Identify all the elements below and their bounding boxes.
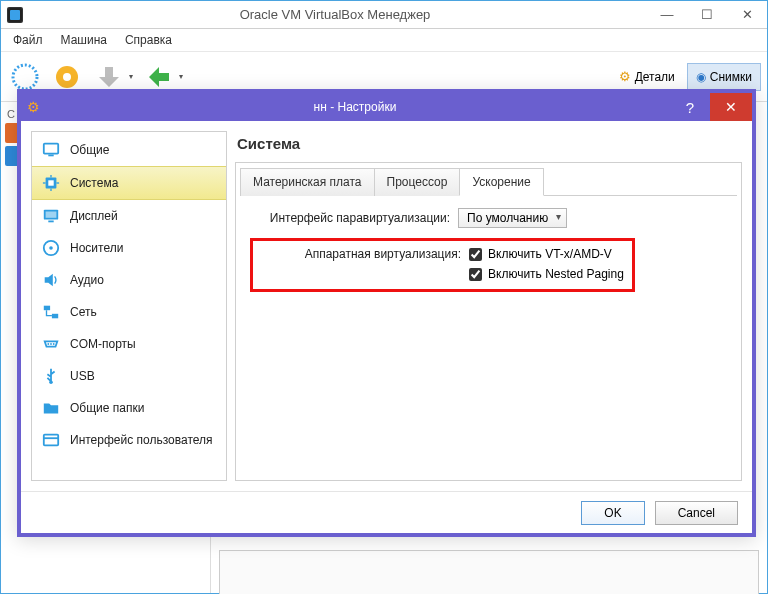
paravirt-value: По умолчанию — [467, 211, 548, 225]
enable-nested-paging-checkbox[interactable]: Включить Nested Paging — [469, 267, 624, 281]
window-icon — [42, 431, 60, 449]
serial-port-icon — [42, 335, 60, 353]
svg-point-4 — [63, 73, 71, 81]
vtx-checkbox-input[interactable] — [469, 248, 482, 261]
vtx-label: Включить VT-x/AMD-V — [488, 247, 612, 261]
svg-rect-24 — [44, 435, 58, 446]
close-button[interactable]: ✕ — [727, 2, 767, 28]
menu-machine[interactable]: Машина — [53, 30, 115, 50]
menu-file[interactable]: Файл — [5, 30, 51, 50]
help-button[interactable]: ? — [670, 94, 710, 120]
sidebar-item-label: Носители — [70, 241, 123, 255]
svg-rect-6 — [48, 155, 53, 157]
svg-rect-5 — [44, 144, 58, 154]
svg-rect-15 — [48, 221, 53, 223]
snapshots-button[interactable]: ◉ Снимки — [687, 63, 761, 91]
svg-rect-18 — [44, 306, 50, 311]
sidebar-item-label: Общие папки — [70, 401, 144, 415]
snapshots-label: Снимки — [710, 70, 752, 84]
svg-rect-14 — [46, 212, 57, 218]
sidebar-item-label: Сеть — [70, 305, 97, 319]
sidebar-item-storage[interactable]: Носители — [32, 232, 226, 264]
ok-button[interactable]: OK — [581, 501, 644, 525]
speaker-icon — [42, 271, 60, 289]
nested-label: Включить Nested Paging — [488, 267, 624, 281]
tab-processor[interactable]: Процессор — [374, 168, 461, 196]
svg-rect-1 — [10, 10, 20, 20]
display-icon — [42, 207, 60, 225]
sidebar-item-label: Общие — [70, 143, 109, 157]
hwvirt-label: Аппаратная виртуализация: — [261, 247, 461, 261]
paravirt-label: Интерфейс паравиртуализации: — [250, 211, 450, 225]
disk-icon — [42, 239, 60, 257]
sidebar-item-audio[interactable]: Аудио — [32, 264, 226, 296]
sidebar-item-label: Интерфейс пользователя — [70, 433, 213, 447]
chevron-down-icon: ▾ — [129, 72, 133, 81]
camera-icon: ◉ — [696, 70, 706, 84]
nested-checkbox-input[interactable] — [469, 268, 482, 281]
svg-point-17 — [49, 246, 53, 250]
sidebar-item-user-interface[interactable]: Интерфейс пользователя — [32, 424, 226, 456]
close-button[interactable]: ✕ — [710, 93, 752, 121]
network-icon — [42, 303, 60, 321]
acceleration-panel: Интерфейс паравиртуализации: По умолчани… — [240, 196, 737, 304]
sidebar-item-usb[interactable]: USB — [32, 360, 226, 392]
content-inner: Материнская плата Процессор Ускорение Ин… — [235, 162, 742, 481]
svg-point-2 — [13, 65, 37, 89]
main-window-controls: — ☐ ✕ — [647, 2, 767, 28]
tab-acceleration[interactable]: Ускорение — [459, 168, 543, 196]
settings-sidebar: Общие Система Дисплей Носители Аудио Сет… — [31, 131, 227, 481]
sidebar-item-label: Система — [70, 176, 118, 190]
chip-icon — [42, 174, 60, 192]
highlight-annotation: Аппаратная виртуализация: Включить VT-x/… — [250, 238, 635, 292]
settings-content: Система Материнская плата Процессор Уско… — [235, 131, 742, 481]
sidebar-item-label: Дисплей — [70, 209, 118, 223]
svg-point-20 — [47, 343, 49, 345]
dialog-body: Общие Система Дисплей Носители Аудио Сет… — [21, 121, 752, 491]
svg-point-23 — [49, 381, 53, 385]
gear-icon: ⚙ — [619, 69, 631, 84]
settings-dialog: ⚙ нн - Настройки ? ✕ Общие Система Диспл… — [17, 89, 756, 537]
sidebar-item-shared-folders[interactable]: Общие папки — [32, 392, 226, 424]
gear-icon: ⚙ — [27, 99, 40, 115]
sidebar-item-system[interactable]: Система — [32, 166, 226, 200]
chevron-down-icon: ▾ — [179, 72, 183, 81]
dialog-title: нн - Настройки — [40, 100, 670, 114]
sidebar-item-serial[interactable]: COM-порты — [32, 328, 226, 360]
paravirt-select[interactable]: По умолчанию — [458, 208, 567, 228]
folder-icon — [42, 399, 60, 417]
tab-motherboard[interactable]: Материнская плата — [240, 168, 375, 196]
cancel-button[interactable]: Cancel — [655, 501, 738, 525]
svg-rect-8 — [48, 180, 53, 185]
sidebar-item-network[interactable]: Сеть — [32, 296, 226, 328]
main-titlebar: Oracle VM VirtualBox Менеджер — ☐ ✕ — [1, 1, 767, 29]
virtualbox-app-icon — [7, 7, 23, 23]
details-area — [219, 550, 759, 594]
svg-point-21 — [50, 343, 52, 345]
details-button[interactable]: ⚙ Детали — [613, 65, 681, 88]
sidebar-item-label: USB — [70, 369, 95, 383]
menu-help[interactable]: Справка — [117, 30, 180, 50]
content-heading: Система — [235, 131, 742, 162]
monitor-icon — [42, 141, 60, 159]
svg-rect-19 — [52, 314, 58, 319]
sidebar-item-display[interactable]: Дисплей — [32, 200, 226, 232]
minimize-button[interactable]: — — [647, 2, 687, 28]
dialog-titlebar: ⚙ нн - Настройки ? ✕ — [21, 93, 752, 121]
system-tabs: Материнская плата Процессор Ускорение — [240, 167, 737, 196]
sidebar-item-label: Аудио — [70, 273, 104, 287]
maximize-button[interactable]: ☐ — [687, 2, 727, 28]
main-menubar: Файл Машина Справка — [1, 29, 767, 52]
sidebar-item-label: COM-порты — [70, 337, 136, 351]
sidebar-item-general[interactable]: Общие — [32, 134, 226, 166]
usb-icon — [42, 367, 60, 385]
details-label: Детали — [635, 70, 675, 84]
main-window-title: Oracle VM VirtualBox Менеджер — [23, 7, 647, 22]
dialog-footer: OK Cancel — [21, 491, 752, 533]
enable-vtx-checkbox[interactable]: Включить VT-x/AMD-V — [469, 247, 612, 261]
svg-point-22 — [53, 343, 55, 345]
